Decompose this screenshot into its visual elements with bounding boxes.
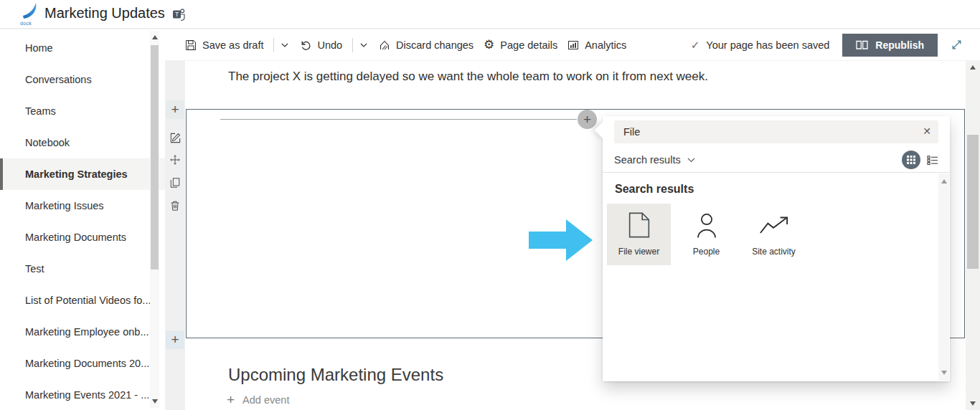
discard-changes-button[interactable]: Discard changes <box>379 39 473 51</box>
logo-wordmark: dock <box>20 21 32 26</box>
delete-webpart-button[interactable] <box>166 196 184 215</box>
scroll-down-icon[interactable] <box>941 371 947 375</box>
edit-rail: + + <box>165 61 185 410</box>
sidebar-scrollbar[interactable] <box>150 31 159 408</box>
undo-button[interactable]: Undo <box>300 39 342 51</box>
grid-view-toggle[interactable] <box>902 151 920 169</box>
checkmark-icon: ✓ <box>691 39 700 52</box>
book-icon <box>856 40 868 50</box>
scroll-down-icon[interactable] <box>151 399 158 404</box>
results-filter-dropdown[interactable]: Search results <box>614 154 695 166</box>
copy-icon <box>169 177 181 189</box>
sidebar-item-list-of-potential-videos[interactable]: List of Potential Videos fo... <box>0 285 165 316</box>
chevron-down-icon <box>687 158 695 163</box>
list-icon <box>927 156 938 165</box>
webpart-search-input[interactable] <box>614 120 938 143</box>
insert-line <box>220 119 577 120</box>
add-webpart-button[interactable]: + <box>166 100 184 119</box>
page-details-button[interactable]: ⚙ Page details <box>484 39 557 51</box>
sidebar-item-home[interactable]: Home <box>0 32 165 64</box>
discard-icon <box>379 39 390 51</box>
sidebar-item-marketing-issues[interactable]: Marketing Issues <box>0 190 165 221</box>
webpart-tile-file-viewer[interactable]: File viewer <box>607 204 671 265</box>
left-navigation: Home Conversations Teams Notebook Market… <box>0 29 165 410</box>
trending-up-icon <box>759 204 789 247</box>
page-scrollbar[interactable] <box>966 61 980 410</box>
sidebar-item-notebook[interactable]: Notebook <box>0 127 165 158</box>
clear-search-icon[interactable]: ✕ <box>923 125 931 137</box>
sidebar-item-marketing-documents[interactable]: Marketing Documents <box>0 221 165 253</box>
file-document-icon <box>628 204 650 247</box>
scroll-up-icon[interactable] <box>151 35 158 39</box>
analytics-icon <box>567 39 579 51</box>
edit-pencil-icon <box>169 132 182 144</box>
sidebar-item-conversations[interactable]: Conversations <box>0 64 165 95</box>
divider <box>603 172 950 173</box>
scroll-up-icon[interactable] <box>941 179 947 183</box>
sidebar-item-marketing-strategies[interactable]: Marketing Strategies <box>0 158 165 190</box>
sidebar-item-marketing-documents-20[interactable]: Marketing Documents 20... <box>0 348 165 379</box>
list-view-toggle[interactable] <box>927 156 938 165</box>
sidebar-item-marketing-events-2021[interactable]: Marketing Events 2021 - ... <box>0 379 165 410</box>
teams-icon[interactable]: T <box>171 7 186 22</box>
page-scrollbar-thumb[interactable] <box>967 135 979 269</box>
republish-button[interactable]: Republish <box>842 34 938 57</box>
divider <box>352 38 353 52</box>
save-icon <box>185 39 197 51</box>
webpart-picker-panel: ✕ Search results Search results <box>603 116 950 381</box>
scroll-down-icon[interactable] <box>969 401 976 406</box>
svg-text:T: T <box>175 11 179 18</box>
app-root: dock Marketing Updates T Home Conversati… <box>0 0 980 410</box>
add-section-button[interactable]: + <box>166 330 184 349</box>
webpart-tile-people[interactable]: People <box>674 204 738 265</box>
pointer-arrow-annotation <box>529 218 594 262</box>
undo-options-chevron-down-icon[interactable] <box>360 43 367 47</box>
grid-icon <box>907 156 915 164</box>
scroll-up-icon[interactable] <box>969 65 976 70</box>
divider <box>273 38 274 52</box>
save-options-chevron-down-icon[interactable] <box>281 43 288 47</box>
add-event-button[interactable]: + Add event <box>227 392 289 408</box>
page-title: Marketing Updates <box>44 5 165 22</box>
dock-logo-icon[interactable]: dock <box>19 2 44 27</box>
analytics-button[interactable]: Analytics <box>567 39 626 51</box>
plus-icon: + <box>227 392 235 408</box>
webpart-tile-site-activity[interactable]: Site activity <box>742 204 806 265</box>
insert-webpart-plus-button[interactable]: + <box>578 110 597 129</box>
page-paragraph[interactable]: The project X is getting delayed so we w… <box>228 70 708 84</box>
trash-icon <box>169 200 181 211</box>
command-bar: Save as draft Undo Discard changes ⚙ Pag… <box>165 29 980 61</box>
move-arrows-icon <box>169 154 181 166</box>
undo-icon <box>300 39 311 51</box>
sidebar-item-test[interactable]: Test <box>0 253 165 285</box>
webpart-search-box: ✕ <box>614 120 938 143</box>
results-heading: Search results <box>615 183 694 196</box>
sidebar-item-marketing-employee-onboarding[interactable]: Marketing Employee onb... <box>0 316 165 348</box>
fullscreen-expand-icon[interactable] <box>951 39 963 51</box>
panel-scrollbar[interactable] <box>938 173 949 381</box>
edit-webpart-button[interactable] <box>166 128 184 147</box>
person-icon <box>695 204 718 247</box>
save-status: ✓ Your page has been saved <box>691 39 830 52</box>
gear-icon: ⚙ <box>484 39 494 51</box>
top-header: dock Marketing Updates T <box>0 0 980 29</box>
copy-webpart-button[interactable] <box>166 173 184 192</box>
save-as-draft-button[interactable]: Save as draft <box>185 39 263 51</box>
move-webpart-button[interactable] <box>166 151 184 169</box>
sidebar-item-teams[interactable]: Teams <box>0 95 165 127</box>
events-webpart-title[interactable]: Upcoming Marketing Events <box>228 365 443 385</box>
sidebar-scrollbar-thumb[interactable] <box>151 45 159 270</box>
